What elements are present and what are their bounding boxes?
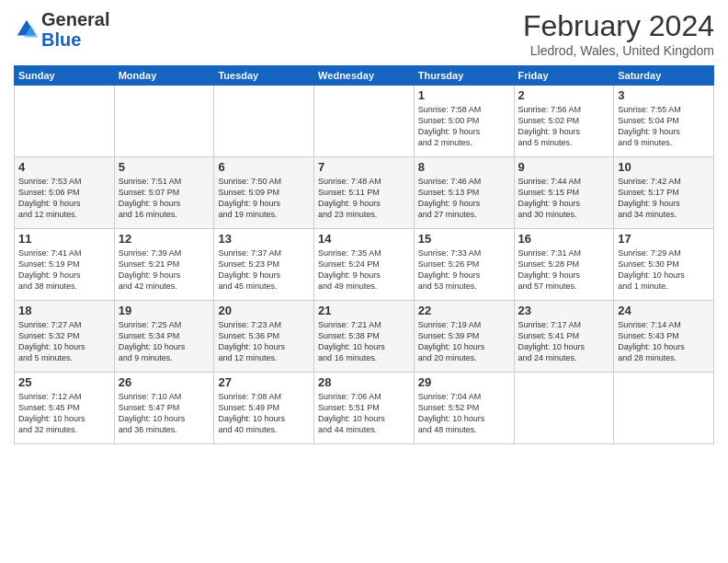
- table-row: 8Sunrise: 7:46 AM Sunset: 5:13 PM Daylig…: [414, 157, 514, 229]
- table-row: 21Sunrise: 7:21 AM Sunset: 5:38 PM Dayli…: [314, 301, 415, 373]
- table-row: 12Sunrise: 7:39 AM Sunset: 5:21 PM Dayli…: [114, 229, 214, 301]
- day-info: Sunrise: 7:19 AM Sunset: 5:39 PM Dayligh…: [418, 319, 510, 364]
- table-row: 2Sunrise: 7:56 AM Sunset: 5:02 PM Daylig…: [514, 86, 614, 157]
- day-number: 21: [318, 304, 410, 317]
- table-row: 1Sunrise: 7:58 AM Sunset: 5:00 PM Daylig…: [414, 86, 514, 157]
- day-info: Sunrise: 7:17 AM Sunset: 5:41 PM Dayligh…: [518, 319, 610, 364]
- table-row: [214, 86, 314, 157]
- day-info: Sunrise: 7:23 AM Sunset: 5:36 PM Dayligh…: [218, 319, 310, 364]
- table-row: 24Sunrise: 7:14 AM Sunset: 5:43 PM Dayli…: [614, 301, 714, 373]
- day-info: Sunrise: 7:55 AM Sunset: 5:04 PM Dayligh…: [618, 104, 710, 149]
- day-info: Sunrise: 7:42 AM Sunset: 5:17 PM Dayligh…: [618, 176, 710, 221]
- day-number: 25: [18, 375, 110, 389]
- logo-text: General Blue: [41, 9, 109, 50]
- day-number: 5: [119, 160, 210, 174]
- day-number: 16: [518, 232, 610, 246]
- day-number: 27: [218, 375, 310, 389]
- day-number: 1: [418, 88, 510, 102]
- table-row: 10Sunrise: 7:42 AM Sunset: 5:17 PM Dayli…: [614, 157, 714, 229]
- table-row: 18Sunrise: 7:27 AM Sunset: 5:32 PM Dayli…: [15, 301, 115, 373]
- day-number: 28: [318, 375, 410, 389]
- calendar: Sunday Monday Tuesday Wednesday Thursday…: [14, 65, 714, 444]
- day-number: 19: [119, 304, 210, 317]
- day-info: Sunrise: 7:31 AM Sunset: 5:28 PM Dayligh…: [518, 247, 610, 293]
- calendar-week-row: 25Sunrise: 7:12 AM Sunset: 5:45 PM Dayli…: [15, 373, 714, 444]
- day-number: 13: [218, 232, 310, 246]
- day-info: Sunrise: 7:48 AM Sunset: 5:11 PM Dayligh…: [318, 176, 410, 221]
- day-info: Sunrise: 7:56 AM Sunset: 5:02 PM Dayligh…: [518, 104, 610, 149]
- table-row: 27Sunrise: 7:08 AM Sunset: 5:49 PM Dayli…: [214, 373, 314, 444]
- header-monday: Monday: [114, 66, 214, 86]
- day-number: 26: [119, 375, 210, 389]
- table-row: 20Sunrise: 7:23 AM Sunset: 5:36 PM Dayli…: [214, 301, 314, 373]
- day-info: Sunrise: 7:25 AM Sunset: 5:34 PM Dayligh…: [119, 319, 210, 364]
- day-info: Sunrise: 7:41 AM Sunset: 5:19 PM Dayligh…: [18, 247, 110, 293]
- day-info: Sunrise: 7:04 AM Sunset: 5:52 PM Dayligh…: [418, 391, 510, 436]
- day-info: Sunrise: 7:10 AM Sunset: 5:47 PM Dayligh…: [119, 391, 210, 436]
- day-number: 7: [318, 160, 410, 174]
- day-number: 9: [518, 160, 610, 174]
- day-number: 12: [119, 232, 210, 246]
- day-number: 23: [518, 304, 610, 317]
- day-info: Sunrise: 7:37 AM Sunset: 5:23 PM Dayligh…: [218, 247, 310, 293]
- table-row: 4Sunrise: 7:53 AM Sunset: 5:06 PM Daylig…: [15, 157, 115, 229]
- day-number: 4: [18, 160, 110, 174]
- day-number: 18: [18, 304, 110, 317]
- location: Lledrod, Wales, United Kingdom: [523, 43, 714, 58]
- day-number: 6: [218, 160, 310, 174]
- table-row: [15, 86, 115, 157]
- header: General Blue February 2024 Lledrod, Wale…: [14, 9, 714, 58]
- day-info: Sunrise: 7:58 AM Sunset: 5:00 PM Dayligh…: [418, 104, 510, 149]
- table-row: 26Sunrise: 7:10 AM Sunset: 5:47 PM Dayli…: [114, 373, 214, 444]
- table-row: [114, 86, 214, 157]
- table-row: 19Sunrise: 7:25 AM Sunset: 5:34 PM Dayli…: [114, 301, 214, 373]
- day-number: 10: [618, 160, 710, 174]
- day-info: Sunrise: 7:51 AM Sunset: 5:07 PM Dayligh…: [119, 176, 210, 221]
- logo-icon: [14, 17, 40, 42]
- day-number: 29: [418, 375, 510, 389]
- table-row: 9Sunrise: 7:44 AM Sunset: 5:15 PM Daylig…: [514, 157, 614, 229]
- header-friday: Friday: [514, 66, 614, 86]
- day-number: 2: [518, 88, 610, 102]
- table-row: 13Sunrise: 7:37 AM Sunset: 5:23 PM Dayli…: [214, 229, 314, 301]
- logo-blue: Blue: [41, 29, 81, 50]
- day-number: 22: [418, 304, 510, 317]
- calendar-week-row: 1Sunrise: 7:58 AM Sunset: 5:00 PM Daylig…: [15, 86, 714, 157]
- day-info: Sunrise: 7:39 AM Sunset: 5:21 PM Dayligh…: [119, 247, 210, 293]
- table-row: 6Sunrise: 7:50 AM Sunset: 5:09 PM Daylig…: [214, 157, 314, 229]
- day-number: 14: [318, 232, 410, 246]
- day-info: Sunrise: 7:33 AM Sunset: 5:26 PM Dayligh…: [418, 247, 510, 293]
- day-info: Sunrise: 7:12 AM Sunset: 5:45 PM Dayligh…: [18, 391, 110, 436]
- table-row: 28Sunrise: 7:06 AM Sunset: 5:51 PM Dayli…: [314, 373, 415, 444]
- day-info: Sunrise: 7:44 AM Sunset: 5:15 PM Dayligh…: [518, 176, 610, 221]
- table-row: 14Sunrise: 7:35 AM Sunset: 5:24 PM Dayli…: [314, 229, 415, 301]
- day-number: 8: [418, 160, 510, 174]
- day-info: Sunrise: 7:14 AM Sunset: 5:43 PM Dayligh…: [618, 319, 710, 364]
- table-row: 7Sunrise: 7:48 AM Sunset: 5:11 PM Daylig…: [314, 157, 415, 229]
- day-info: Sunrise: 7:21 AM Sunset: 5:38 PM Dayligh…: [318, 319, 410, 364]
- day-number: 11: [18, 232, 110, 246]
- logo: General Blue: [14, 9, 109, 50]
- day-number: 17: [618, 232, 710, 246]
- table-row: 29Sunrise: 7:04 AM Sunset: 5:52 PM Dayli…: [414, 373, 514, 444]
- day-number: 24: [618, 304, 710, 317]
- month-year: February 2024: [523, 9, 714, 43]
- day-info: Sunrise: 7:27 AM Sunset: 5:32 PM Dayligh…: [18, 319, 110, 364]
- table-row: [614, 373, 714, 444]
- day-info: Sunrise: 7:46 AM Sunset: 5:13 PM Dayligh…: [418, 176, 510, 221]
- header-thursday: Thursday: [414, 66, 514, 86]
- day-info: Sunrise: 7:53 AM Sunset: 5:06 PM Dayligh…: [18, 176, 110, 221]
- day-info: Sunrise: 7:35 AM Sunset: 5:24 PM Dayligh…: [318, 247, 410, 293]
- day-header-row: Sunday Monday Tuesday Wednesday Thursday…: [15, 66, 714, 86]
- table-row: 17Sunrise: 7:29 AM Sunset: 5:30 PM Dayli…: [614, 229, 714, 301]
- table-row: [314, 86, 415, 157]
- day-number: 20: [218, 304, 310, 317]
- day-info: Sunrise: 7:08 AM Sunset: 5:49 PM Dayligh…: [218, 391, 310, 436]
- header-wednesday: Wednesday: [314, 66, 415, 86]
- table-row: 23Sunrise: 7:17 AM Sunset: 5:41 PM Dayli…: [514, 301, 614, 373]
- table-row: 5Sunrise: 7:51 AM Sunset: 5:07 PM Daylig…: [114, 157, 214, 229]
- table-row: 11Sunrise: 7:41 AM Sunset: 5:19 PM Dayli…: [15, 229, 115, 301]
- day-info: Sunrise: 7:29 AM Sunset: 5:30 PM Dayligh…: [618, 247, 710, 293]
- table-row: 15Sunrise: 7:33 AM Sunset: 5:26 PM Dayli…: [414, 229, 514, 301]
- header-tuesday: Tuesday: [214, 66, 314, 86]
